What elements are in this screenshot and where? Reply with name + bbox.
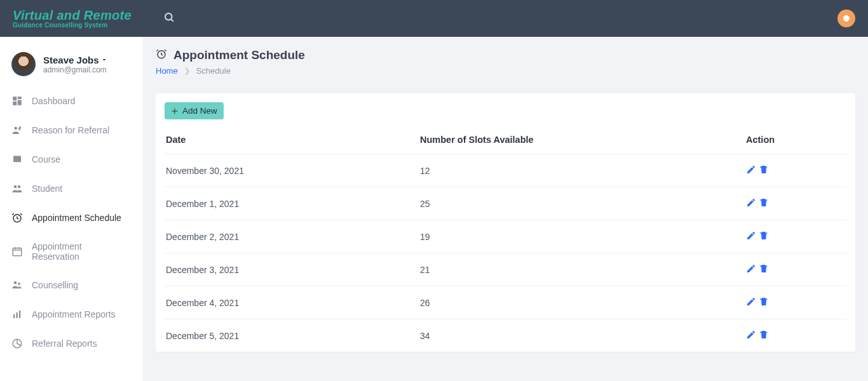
topbar-left: Virtual and Remote Guidance Counselling … (13, 9, 175, 29)
calendar-icon (11, 246, 23, 257)
nav-label: Appointment Reservation (32, 241, 132, 262)
nav-appointment-reports[interactable]: Appointment Reports (0, 300, 143, 329)
table-row: December 5, 202134 (165, 319, 846, 352)
book-icon (11, 154, 23, 165)
table-row: December 3, 202121 (165, 253, 846, 286)
topbar: Virtual and Remote Guidance Counselling … (0, 0, 868, 37)
table-row: November 30, 202112 (165, 154, 846, 187)
add-new-button[interactable]: Add New (165, 102, 224, 119)
trash-icon[interactable] (759, 164, 769, 177)
nav-referral-reports[interactable]: Referral Reports (0, 329, 143, 358)
group-icon (11, 279, 23, 291)
schedule-card: Add New Date Number of Slots Available A… (156, 93, 855, 352)
user-block[interactable]: Steave Jobs admin@gmail.com (0, 48, 143, 86)
nav-label: Dashboard (32, 96, 76, 106)
edit-icon[interactable] (746, 264, 756, 276)
nav-dashboard[interactable]: Dashboard (0, 86, 143, 116)
chevron-right-icon: ❯ (184, 67, 190, 75)
nav-label: Counselling (32, 280, 78, 290)
svg-rect-17 (17, 312, 18, 318)
schedule-table: Date Number of Slots Available Action No… (165, 126, 846, 352)
edit-icon[interactable] (746, 164, 756, 177)
user-menu-avatar[interactable] (837, 10, 855, 27)
alarm-icon (156, 48, 167, 62)
edit-icon[interactable] (746, 197, 756, 210)
chart-icon (11, 309, 23, 320)
cell-date: December 1, 2021 (165, 187, 419, 220)
cell-action (745, 154, 846, 187)
cell-action (745, 253, 846, 286)
cell-action (745, 319, 846, 352)
search-icon[interactable] (163, 11, 175, 25)
svg-point-6 (15, 127, 18, 130)
cell-action (745, 220, 846, 253)
user-avatar (11, 52, 36, 76)
plus-icon (171, 107, 179, 115)
edit-icon[interactable] (746, 330, 756, 342)
svg-rect-13 (13, 248, 22, 256)
page-header: Appointment Schedule (156, 48, 855, 62)
referral-icon (11, 124, 23, 136)
nav-appointment-schedule[interactable]: Appointment Schedule (0, 203, 143, 232)
cell-date: December 5, 2021 (165, 319, 419, 352)
brand[interactable]: Virtual and Remote Guidance Counselling … (13, 9, 132, 29)
page-title: Appointment Schedule (173, 48, 305, 62)
svg-rect-2 (13, 97, 17, 100)
svg-point-11 (18, 185, 21, 189)
breadcrumb-current: Schedule (196, 66, 231, 76)
trash-icon[interactable] (759, 197, 769, 210)
user-email: admin@gmail.com (43, 65, 108, 74)
cell-slots: 26 (419, 286, 745, 319)
dashboard-icon (11, 95, 23, 107)
table-row: December 1, 202125 (165, 187, 846, 220)
trash-icon[interactable] (759, 231, 769, 243)
trash-icon[interactable] (759, 297, 769, 309)
people-icon (11, 183, 23, 194)
nav-label: Appointment Reports (32, 309, 116, 319)
table-row: December 4, 202126 (165, 286, 846, 319)
cell-slots: 21 (419, 253, 745, 286)
nav-label: Reason for Referral (32, 125, 109, 135)
breadcrumb-home[interactable]: Home (156, 66, 178, 76)
svg-rect-5 (13, 102, 17, 105)
edit-icon[interactable] (746, 297, 756, 309)
nav-label: Course (32, 154, 60, 164)
edit-icon[interactable] (746, 231, 756, 243)
col-header-slots: Number of Slots Available (419, 126, 745, 154)
alarm-icon (11, 212, 23, 224)
nav-counselling[interactable]: Counselling (0, 271, 143, 300)
svg-point-14 (14, 281, 17, 284)
nav-label: Student (32, 184, 62, 194)
brand-title: Virtual and Remote (13, 9, 132, 22)
cell-date: December 3, 2021 (165, 253, 419, 286)
svg-point-0 (165, 13, 172, 20)
cell-date: December 2, 2021 (165, 220, 419, 253)
nav-student[interactable]: Student (0, 174, 143, 203)
svg-line-1 (171, 19, 173, 21)
nav-reason-referral[interactable]: Reason for Referral (0, 116, 143, 145)
col-header-date: Date (165, 126, 419, 154)
svg-point-10 (14, 185, 17, 189)
cell-slots: 12 (419, 154, 745, 187)
breadcrumb: Home ❯ Schedule (156, 66, 855, 76)
user-name: Steave Jobs (43, 55, 108, 65)
nav-appointment-reservation[interactable]: Appointment Reservation (0, 232, 143, 271)
table-row: December 2, 202119 (165, 220, 846, 253)
main-content: Appointment Schedule Home ❯ Schedule Add… (143, 37, 868, 381)
svg-rect-16 (13, 314, 15, 318)
svg-point-15 (18, 283, 20, 285)
cell-slots: 34 (419, 319, 745, 352)
trash-icon[interactable] (759, 330, 769, 342)
brand-subtitle: Guidance Counselling System (13, 22, 132, 29)
chevron-down-icon (100, 56, 108, 64)
nav-label: Referral Reports (32, 338, 97, 349)
col-header-action: Action (745, 126, 846, 154)
sidebar: Steave Jobs admin@gmail.com Dashboard Re… (0, 37, 143, 381)
nav-course[interactable]: Course (0, 145, 143, 174)
nav-label: Appointment Schedule (32, 213, 121, 223)
pie-icon (11, 338, 23, 349)
cell-slots: 25 (419, 187, 745, 220)
svg-rect-18 (19, 311, 20, 318)
table-header-row: Date Number of Slots Available Action (165, 126, 846, 154)
trash-icon[interactable] (759, 264, 769, 276)
